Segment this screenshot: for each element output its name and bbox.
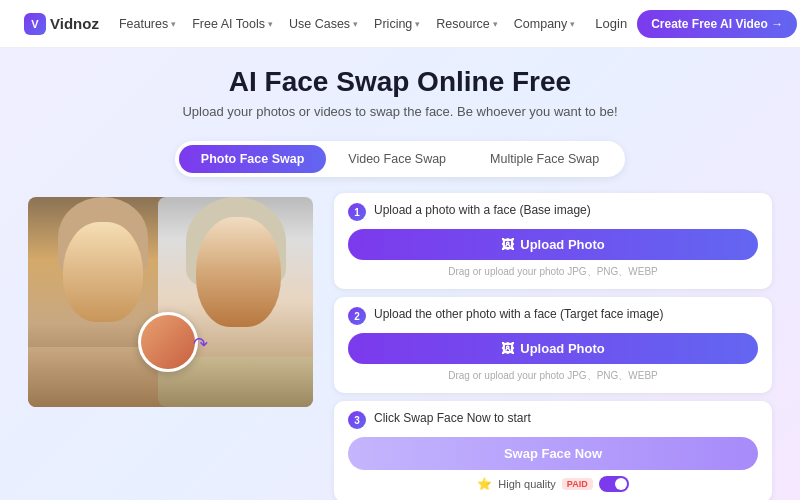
step-3-card: 3 Click Swap Face Now to start Swap Face… [334,401,772,500]
step-3-number: 3 [348,411,366,429]
nav-resource[interactable]: Resource ▾ [436,17,498,31]
header-actions: Login Create Free AI Video → [595,10,797,38]
swap-face-circle [138,312,198,372]
step-2-drag-hint: Drag or upload your photo JPG、PNG、WEBP [348,369,758,383]
upload-target-photo-button[interactable]: 🖼 Upload Photo [348,333,758,364]
step-2-card: 2 Upload the other photo with a face (Ta… [334,297,772,393]
main-nav: Features ▾ Free AI Tools ▾ Use Cases ▾ P… [119,17,575,31]
header: V Vidnoz Features ▾ Free AI Tools ▾ Use … [0,0,800,48]
logo-text: Vidnoz [50,15,99,32]
chevron-down-icon: ▾ [171,19,176,29]
step-2-title: Upload the other photo with a face (Targ… [374,307,664,323]
swap-arrow-icon: ↷ [193,333,208,355]
step-1-number: 1 [348,203,366,221]
logo-icon: V [24,13,46,35]
upload-icon: 🖼 [501,237,514,252]
quality-toggle[interactable] [599,476,629,492]
upload-base-photo-button[interactable]: 🖼 Upload Photo [348,229,758,260]
quality-star-icon: ⭐ [477,477,492,491]
tab-multiple-face-swap[interactable]: Multiple Face Swap [468,145,621,173]
login-button[interactable]: Login [595,16,627,31]
demo-image-before [28,197,178,407]
step-1-drag-hint: Drag or upload your photo JPG、PNG、WEBP [348,265,758,279]
quality-badge: PAID [562,478,593,490]
chevron-down-icon: ▾ [493,19,498,29]
mode-tabs: Photo Face Swap Video Face Swap Multiple… [175,141,625,177]
nav-free-ai-tools[interactable]: Free AI Tools ▾ [192,17,273,31]
chevron-down-icon: ▾ [353,19,358,29]
swap-face-now-button[interactable]: Swap Face Now [348,437,758,470]
demo-image-after [158,197,313,407]
step-2-number: 2 [348,307,366,325]
upload-icon-2: 🖼 [501,341,514,356]
demo-images: ↷ [28,197,318,417]
nav-company[interactable]: Company ▾ [514,17,576,31]
main-content: ↷ 1 Upload a photo with a face (Base ima… [0,193,800,500]
chevron-down-icon: ▾ [415,19,420,29]
nav-use-cases[interactable]: Use Cases ▾ [289,17,358,31]
right-panel: 1 Upload a photo with a face (Base image… [334,193,772,500]
chevron-down-icon: ▾ [570,19,575,29]
hero-section: AI Face Swap Online Free Upload your pho… [0,48,800,129]
tab-video-face-swap[interactable]: Video Face Swap [326,145,468,173]
logo[interactable]: V Vidnoz [24,13,99,35]
hero-subtitle: Upload your photos or videos to swap the… [0,104,800,119]
quality-label: High quality [498,478,555,490]
chevron-down-icon: ▾ [268,19,273,29]
step-1-title: Upload a photo with a face (Base image) [374,203,591,219]
step-3-title: Click Swap Face Now to start [374,411,531,427]
create-video-button[interactable]: Create Free AI Video → [637,10,797,38]
quality-row: ⭐ High quality PAID [348,476,758,492]
step-1-card: 1 Upload a photo with a face (Base image… [334,193,772,289]
page-title: AI Face Swap Online Free [0,66,800,98]
tab-photo-face-swap[interactable]: Photo Face Swap [179,145,327,173]
nav-pricing[interactable]: Pricing ▾ [374,17,420,31]
nav-features[interactable]: Features ▾ [119,17,176,31]
